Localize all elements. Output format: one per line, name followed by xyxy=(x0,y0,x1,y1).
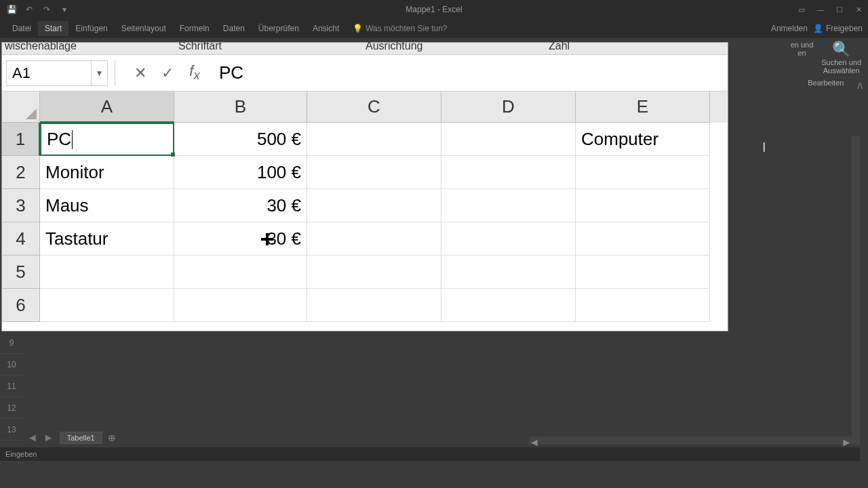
group-number: Zahl xyxy=(549,40,570,52)
share-button[interactable]: 👤 Freigeben xyxy=(813,24,863,33)
ribbon-group-labels: wischenablage Schriftart Ausrichtung Zah… xyxy=(2,43,728,55)
row-header-2[interactable]: 2 xyxy=(2,156,40,189)
row-headers: 1 2 3 4 5 6 xyxy=(2,123,40,322)
col-header-A[interactable]: A xyxy=(40,92,174,123)
minimize-icon[interactable]: — xyxy=(811,1,830,18)
cell-D6[interactable] xyxy=(441,289,576,322)
title-bar: 💾 ↶ ↷ ▾ Mappe1 - Excel ▭ — ☐ ✕ xyxy=(0,0,868,19)
signin-link[interactable]: Anmelden xyxy=(771,24,808,33)
cell-C6[interactable] xyxy=(307,289,441,322)
share-icon: 👤 xyxy=(813,24,823,33)
cell-A3[interactable]: Maus xyxy=(40,189,174,222)
col-header-D[interactable]: D xyxy=(441,92,576,123)
tab-start[interactable]: Start xyxy=(38,21,68,36)
qat-dropdown-icon[interactable]: ▾ xyxy=(58,3,71,16)
bg-row-9[interactable]: 9 xyxy=(0,332,23,354)
row-header-6[interactable]: 6 xyxy=(2,289,40,322)
cell-A6[interactable] xyxy=(40,289,174,322)
cell-D5[interactable] xyxy=(441,256,576,289)
cell-B5[interactable] xyxy=(174,256,307,289)
cell-A4[interactable]: Tastatur xyxy=(40,222,174,256)
maximize-icon[interactable]: ☐ xyxy=(830,1,849,18)
cell-E3[interactable] xyxy=(576,189,710,222)
row-header-3[interactable]: 3 xyxy=(2,189,40,222)
tell-me[interactable]: 💡 Was möchten Sie tun? xyxy=(346,21,454,36)
cell-E6[interactable] xyxy=(576,289,710,322)
fx-icon[interactable]: fx xyxy=(181,60,208,86)
cell-A2[interactable]: Monitor xyxy=(40,156,174,189)
row-header-4[interactable]: 4 xyxy=(2,222,40,256)
cancel-icon[interactable]: ✕ xyxy=(127,60,154,86)
tab-seitenlayout[interactable]: Seitenlayout xyxy=(115,21,173,36)
tab-ansicht[interactable]: Ansicht xyxy=(306,21,346,36)
tab-ueberpruefen[interactable]: Überprüfen xyxy=(252,21,306,36)
text-cursor: I xyxy=(762,140,766,155)
column-headers: A B C D E xyxy=(40,92,728,123)
sheet-nav-next-icon[interactable]: ► xyxy=(43,432,54,444)
col-header-C[interactable]: C xyxy=(307,92,441,123)
cell-C5[interactable] xyxy=(307,256,441,289)
cell-C4[interactable] xyxy=(307,222,441,256)
cell-C1[interactable] xyxy=(307,123,441,156)
tab-datei[interactable]: Datei xyxy=(5,21,38,36)
cell-B2[interactable]: 100 € xyxy=(174,156,307,189)
close-icon[interactable]: ✕ xyxy=(849,1,868,18)
cell-D3[interactable] xyxy=(441,189,576,222)
magnifier-icon: 🔍 xyxy=(832,41,850,58)
bg-row-11[interactable]: 11 xyxy=(0,375,23,397)
fill-label-1: en und xyxy=(791,41,814,49)
cell-D2[interactable] xyxy=(441,156,576,189)
redo-icon[interactable]: ↷ xyxy=(41,3,53,16)
name-box[interactable]: A1 ▼ xyxy=(6,60,108,86)
cell-A5[interactable] xyxy=(40,256,174,289)
cell-E1[interactable]: Computer xyxy=(576,123,710,156)
cell-B3[interactable]: 30 € xyxy=(174,189,307,222)
bg-row-10[interactable]: 10 xyxy=(0,354,23,375)
cell-E2[interactable] xyxy=(576,156,710,189)
sheet-tabs: ◄ ► Tabelle1 ⊕ xyxy=(0,431,860,445)
add-sheet-icon[interactable]: ⊕ xyxy=(108,432,116,443)
cell-D4[interactable] xyxy=(441,222,576,256)
cell-E4[interactable] xyxy=(576,222,710,256)
cells-area: PC 500 € Computer Monitor 100 € Maus 30 … xyxy=(40,123,728,322)
bg-row-12[interactable]: 12 xyxy=(0,397,23,419)
cell-B1[interactable]: 500 € xyxy=(174,123,307,156)
undo-icon[interactable]: ↶ xyxy=(23,3,35,16)
tab-daten[interactable]: Daten xyxy=(216,21,252,36)
cell-E5[interactable] xyxy=(576,256,710,289)
find-label-1: Suchen und xyxy=(821,58,861,66)
cell-A1[interactable]: PC xyxy=(40,123,174,156)
enter-icon[interactable]: ✓ xyxy=(154,60,181,86)
cell-B4[interactable]: 30 € xyxy=(174,222,307,256)
window-controls: ▭ — ☐ ✕ xyxy=(792,1,868,18)
vertical-scrollbar[interactable] xyxy=(852,136,860,445)
sheet-tab-tabelle1[interactable]: Tabelle1 xyxy=(60,432,102,444)
fill-label-2: en xyxy=(797,49,806,57)
bg-row-headers: 9 10 11 12 13 14 xyxy=(0,332,23,445)
row-header-1[interactable]: 1 xyxy=(2,123,40,156)
col-header-E[interactable]: E xyxy=(576,92,710,123)
group-clipboard: wischenablage xyxy=(5,40,77,52)
spreadsheet-grid: A B C D E 1 2 3 4 5 6 PC 500 € Computer … xyxy=(2,92,728,331)
share-label: Freigeben xyxy=(826,24,863,33)
sheet-nav-prev-icon[interactable]: ◄ xyxy=(27,432,38,444)
collapse-ribbon-icon[interactable]: ᐱ xyxy=(857,81,863,91)
find-select-button[interactable]: 🔍 Suchen und Auswählen xyxy=(821,41,861,75)
name-box-dropdown-icon[interactable]: ▼ xyxy=(91,61,107,85)
ribbon-tabs: Datei Start Einfügen Seitenlayout Formel… xyxy=(0,19,868,38)
tab-formeln[interactable]: Formeln xyxy=(173,21,216,36)
formula-input[interactable] xyxy=(208,60,728,86)
formula-bar-row: A1 ▼ ✕ ✓ fx xyxy=(2,55,728,92)
cell-B6[interactable] xyxy=(174,289,307,322)
cell-C2[interactable] xyxy=(307,156,441,189)
magnified-view: wischenablage Schriftart Ausrichtung Zah… xyxy=(2,43,728,331)
group-alignment: Ausrichtung xyxy=(366,40,423,52)
save-icon[interactable]: 💾 xyxy=(5,3,18,16)
tab-einfuegen[interactable]: Einfügen xyxy=(68,21,114,36)
select-all-button[interactable] xyxy=(2,92,40,123)
row-header-5[interactable]: 5 xyxy=(2,256,40,289)
cell-C3[interactable] xyxy=(307,189,441,222)
col-header-B[interactable]: B xyxy=(174,92,307,123)
cell-D1[interactable] xyxy=(441,123,576,156)
ribbon-options-icon[interactable]: ▭ xyxy=(792,1,811,18)
